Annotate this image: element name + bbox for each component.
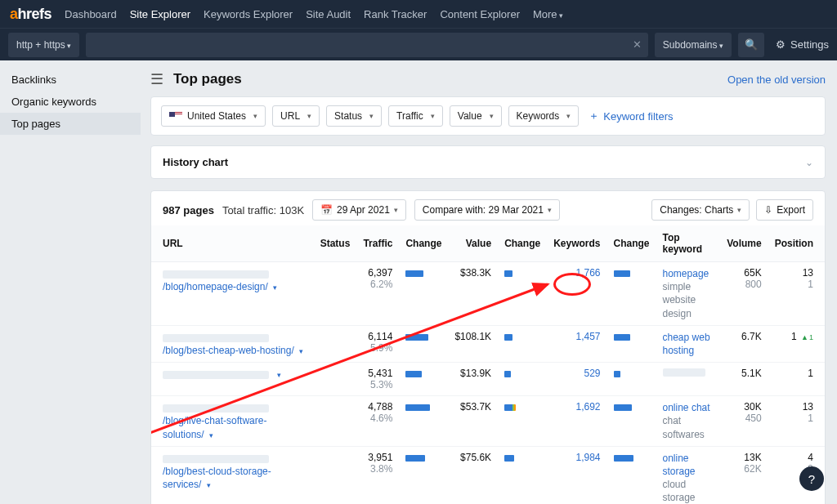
- nav-keywords-explorer[interactable]: Keywords Explorer: [204, 8, 293, 20]
- top-keyword-link[interactable]: homepagesimple website design: [663, 268, 714, 320]
- gear-icon: ⚙: [776, 38, 786, 51]
- mode-dropdown[interactable]: Subdomains: [655, 33, 732, 57]
- col-status[interactable]: Status: [314, 225, 357, 262]
- filter-url[interactable]: URL: [272, 105, 320, 127]
- sidebar: Backlinks Organic keywords Top pages: [0, 60, 141, 504]
- page-url-link[interactable]: /blog/homepage-design/: [163, 281, 268, 292]
- search-icon: 🔍: [745, 38, 758, 51]
- keywords-count-link[interactable]: 1,692: [575, 401, 600, 413]
- history-chart-title: History chart: [163, 156, 228, 168]
- col-url[interactable]: URL: [151, 225, 314, 262]
- changes-dropdown[interactable]: Changes: Charts▾: [651, 199, 750, 221]
- col-change-1[interactable]: Change: [399, 225, 448, 262]
- col-keywords[interactable]: Keywords: [547, 225, 606, 262]
- page-title: Top pages: [173, 71, 242, 87]
- sidebar-toggle-icon[interactable]: ☰: [150, 70, 163, 88]
- nav-more[interactable]: More: [533, 8, 563, 20]
- nav-site-explorer[interactable]: Site Explorer: [130, 8, 190, 20]
- page-url-link[interactable]: /blog/live-chat-software-solutions/: [163, 415, 266, 439]
- nav-site-audit[interactable]: Site Audit: [306, 8, 351, 20]
- search-row: http + https ✕ Subdomains 🔍 ⚙Settings: [0, 28, 837, 60]
- export-button[interactable]: ⇩Export: [756, 199, 813, 221]
- table-row: /blog/best-cloud-storage-services/ ▾ 3,9…: [151, 446, 825, 504]
- url-input[interactable]: ✕: [86, 33, 648, 57]
- nav-content-explorer[interactable]: Content Explorer: [440, 8, 520, 20]
- plus-icon: ＋: [589, 109, 599, 123]
- nav-rank-tracker[interactable]: Rank Tracker: [364, 8, 427, 20]
- caret-down-icon[interactable]: ▾: [207, 481, 211, 489]
- top-nav: ahrefs Dashboard Site Explorer Keywords …: [0, 0, 837, 28]
- caret-down-icon[interactable]: ▾: [209, 431, 213, 439]
- top-keyword-link[interactable]: online chatchat softwares: [663, 402, 714, 441]
- page-count: 987 pages: [163, 204, 214, 216]
- search-button[interactable]: 🔍: [738, 33, 764, 57]
- keywords-count-link[interactable]: 529: [584, 368, 600, 379]
- col-position[interactable]: Position: [768, 225, 825, 262]
- col-value[interactable]: Value: [448, 225, 498, 262]
- top-pages-table: URL Status Traffic Change Value Change K…: [151, 225, 825, 504]
- filter-traffic[interactable]: Traffic: [388, 105, 443, 127]
- protocol-dropdown[interactable]: http + https: [8, 33, 79, 57]
- col-volume[interactable]: Volume: [720, 225, 768, 262]
- clear-icon[interactable]: ✕: [633, 38, 642, 51]
- filter-country[interactable]: United States: [161, 105, 266, 127]
- filter-value[interactable]: Value: [450, 105, 502, 127]
- chevron-down-icon: ⌄: [805, 157, 813, 168]
- nav-dashboard[interactable]: Dashboard: [65, 8, 117, 20]
- download-icon: ⇩: [764, 204, 772, 216]
- filter-keywords[interactable]: Keywords: [508, 105, 580, 127]
- table-card: 987 pages Total traffic: 103K 📅29 Apr 20…: [150, 190, 826, 504]
- caret-down-icon[interactable]: ▾: [277, 371, 281, 379]
- open-old-version-link[interactable]: Open the old version: [727, 74, 826, 86]
- top-keyword-link[interactable]: online storagecloud storage: [663, 453, 714, 504]
- table-row: ▾ 5,431 5.3% $13.9K 529 5.1K 1: [151, 363, 825, 396]
- date-picker[interactable]: 📅29 Apr 2021▾: [312, 199, 406, 221]
- top-keyword-link[interactable]: cheap web hosting: [663, 332, 710, 356]
- col-top-keyword[interactable]: Top keyword: [656, 225, 721, 262]
- sidebar-backlinks[interactable]: Backlinks: [0, 69, 141, 91]
- filters-card: United States URL Status Traffic Value K…: [150, 96, 826, 136]
- col-change-3[interactable]: Change: [607, 225, 656, 262]
- us-flag-icon: [169, 112, 182, 121]
- help-button[interactable]: ?: [799, 466, 824, 491]
- sidebar-top-pages[interactable]: Top pages: [0, 113, 141, 135]
- page-url-link[interactable]: /blog/best-cheap-web-hosting/: [163, 345, 294, 356]
- caret-down-icon[interactable]: ▾: [273, 283, 277, 292]
- history-chart-card[interactable]: History chart ⌄: [150, 145, 826, 179]
- table-row: /blog/live-chat-software-solutions/ ▾ 4,…: [151, 396, 825, 447]
- filter-status[interactable]: Status: [326, 105, 382, 127]
- col-traffic[interactable]: Traffic: [356, 225, 399, 262]
- sidebar-organic-keywords[interactable]: Organic keywords: [0, 91, 141, 113]
- total-traffic: Total traffic: 103K: [222, 204, 304, 216]
- keywords-count-link[interactable]: 1,766: [575, 267, 600, 279]
- compare-picker[interactable]: Compare with: 29 Mar 2021▾: [414, 199, 560, 221]
- keyword-filters-link[interactable]: ＋Keyword filters: [585, 109, 673, 123]
- settings-link[interactable]: ⚙Settings: [776, 38, 829, 51]
- keywords-count-link[interactable]: 1,984: [575, 452, 600, 463]
- caret-down-icon[interactable]: ▾: [299, 347, 303, 355]
- keywords-count-link[interactable]: 1,457: [575, 331, 600, 342]
- calendar-icon: 📅: [320, 204, 333, 216]
- page-url-link[interactable]: /blog/best-cloud-storage-services/: [163, 466, 271, 490]
- table-row: /blog/homepage-design/ ▾ 6,397 6.2% $38.…: [151, 262, 825, 326]
- col-change-2[interactable]: Change: [498, 225, 547, 262]
- logo[interactable]: ahrefs: [10, 6, 51, 23]
- table-row: /blog/best-cheap-web-hosting/ ▾ 6,114 5.…: [151, 325, 825, 362]
